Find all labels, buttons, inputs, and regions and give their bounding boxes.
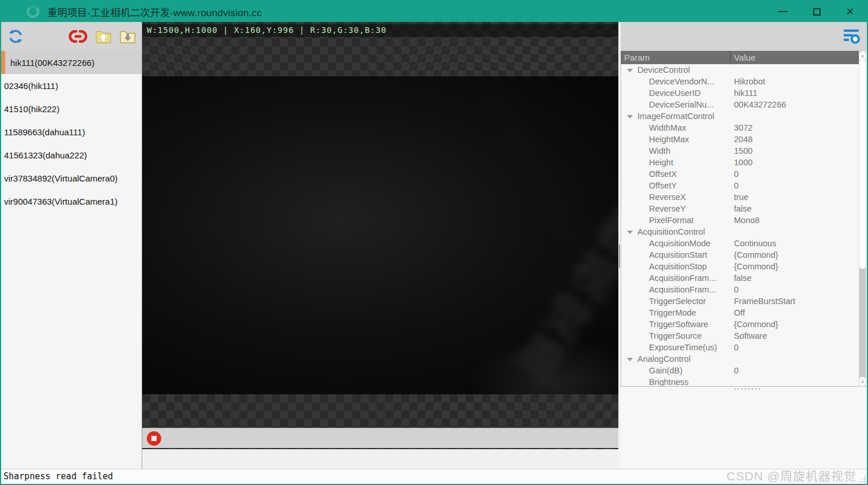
- device-list-item[interactable]: 41510(hik222): [1, 97, 142, 120]
- splitter-handle-icon: [619, 245, 620, 268]
- param-row[interactable]: TriggerSelectorFrameBurstStart: [621, 295, 859, 307]
- param-toolbar: [621, 22, 868, 51]
- param-name: HeightMax: [649, 134, 689, 145]
- param-row[interactable]: HeightMax2048: [621, 134, 859, 145]
- minimize-icon: [778, 11, 788, 12]
- scrollbar-thumb[interactable]: [859, 60, 866, 269]
- collapse-arrow-icon[interactable]: [627, 358, 633, 361]
- param-value[interactable]: 00K43272266: [734, 99, 786, 110]
- param-row[interactable]: OffsetY0: [621, 180, 859, 191]
- device-list-item[interactable]: vir37834892(VirtualCamera0): [1, 166, 142, 190]
- param-group-row[interactable]: AcquisitionControl: [621, 226, 859, 238]
- param-row[interactable]: AcquisitionModeContinuous: [621, 238, 859, 249]
- stop-button[interactable]: [147, 431, 161, 446]
- param-row[interactable]: OffsetX0: [621, 168, 859, 180]
- param-value[interactable]: 3072: [734, 122, 752, 134]
- param-value[interactable]: Mono8: [734, 214, 759, 226]
- param-tree: DeviceControlDeviceVendorN...HikrobotDev…: [621, 64, 859, 387]
- param-value[interactable]: 1000: [734, 157, 752, 168]
- param-row[interactable]: AcquisitionFram...false: [621, 272, 859, 284]
- scroll-down-button[interactable]: [859, 377, 866, 386]
- param-row[interactable]: ReverseXtrue: [621, 191, 859, 203]
- device-label: vir37834892(VirtualCamera0): [4, 173, 118, 183]
- collapse-arrow-icon[interactable]: [627, 69, 633, 72]
- param-value[interactable]: 2048: [734, 134, 752, 145]
- param-value[interactable]: {Commond}: [734, 249, 778, 261]
- param-value[interactable]: FrameBurstStart: [734, 295, 795, 307]
- param-row[interactable]: TriggerSoftware{Commond}: [621, 319, 859, 330]
- param-name: ReverseY: [649, 203, 686, 214]
- param-group-row[interactable]: AnalogControl: [621, 353, 859, 365]
- param-name: TriggerSoftware: [649, 319, 709, 330]
- param-value[interactable]: 0: [734, 284, 739, 295]
- close-icon: ✕: [846, 7, 854, 17]
- device-list-item[interactable]: hik111(00K43272266): [1, 51, 142, 74]
- param-row[interactable]: ReverseYfalse: [621, 203, 859, 214]
- connect-device-button[interactable]: [69, 28, 87, 45]
- maximize-button[interactable]: [800, 1, 833, 22]
- param-value[interactable]: Continuous: [734, 238, 776, 249]
- resize-grip[interactable]: [858, 475, 866, 483]
- param-value[interactable]: Software: [734, 330, 767, 342]
- load-image-button[interactable]: [119, 28, 136, 45]
- param-row[interactable]: WidthMax3072: [621, 122, 859, 134]
- param-row[interactable]: AcquisitionStop{Commond}: [621, 261, 859, 272]
- param-scrollbar[interactable]: [859, 51, 866, 387]
- param-value[interactable]: {Commond}: [734, 261, 778, 272]
- save-image-button[interactable]: [95, 28, 112, 45]
- param-filter-button[interactable]: [843, 28, 861, 45]
- param-row[interactable]: DeviceVendorN...Hikrobot: [621, 76, 859, 87]
- param-row[interactable]: ExposureTime(us)0: [621, 342, 859, 353]
- device-list-item[interactable]: 41561323(dahua222): [1, 143, 142, 166]
- stop-icon: [151, 436, 157, 441]
- param-row[interactable]: Width1500: [621, 145, 859, 157]
- param-row[interactable]: PixelFormatMono8: [621, 214, 859, 226]
- close-button[interactable]: ✕: [833, 1, 867, 22]
- tree-resize-handle-icon[interactable]: [733, 388, 760, 390]
- param-row[interactable]: Gain(dB)0: [621, 365, 859, 376]
- camera-frame: 器视觉周: [142, 76, 618, 394]
- param-value[interactable]: Hikrobot: [734, 76, 765, 87]
- param-row[interactable]: DeviceUserIDhik111: [621, 87, 859, 99]
- refresh-devices-button[interactable]: [7, 28, 24, 45]
- param-value[interactable]: 0: [734, 180, 739, 191]
- param-value[interactable]: hik111: [734, 87, 758, 99]
- minimize-button[interactable]: [766, 1, 800, 22]
- param-group-row[interactable]: DeviceControl: [621, 64, 859, 76]
- param-row[interactable]: TriggerModeOff: [621, 307, 859, 319]
- param-value[interactable]: 0: [734, 342, 739, 353]
- param-group-row[interactable]: ImageFormatControl: [621, 110, 859, 122]
- param-value[interactable]: false: [734, 272, 752, 284]
- param-row[interactable]: AcquisitionStart{Commond}: [621, 249, 859, 261]
- param-name: ImageFormatControl: [637, 110, 714, 122]
- refresh-icon: [8, 28, 24, 45]
- param-value[interactable]: 0: [734, 168, 739, 180]
- value-column-header[interactable]: Value: [730, 51, 859, 64]
- param-value[interactable]: {Commond}: [734, 319, 778, 330]
- param-name: AnalogControl: [637, 353, 691, 365]
- device-list-item[interactable]: 02346(hik111): [1, 74, 142, 97]
- param-name: OffsetY: [649, 180, 677, 191]
- device-list-item[interactable]: 11589663(dahua111): [1, 120, 142, 143]
- param-value[interactable]: 1500: [734, 145, 752, 157]
- param-name: ReverseX: [649, 191, 686, 203]
- image-viewer[interactable]: W:1500,H:1000 | X:160,Y:996 | R:30,G:30,…: [142, 22, 618, 449]
- device-label: 11589663(dahua111): [4, 127, 85, 137]
- param-value[interactable]: false: [734, 203, 752, 214]
- collapse-arrow-icon[interactable]: [627, 231, 633, 234]
- device-list-item[interactable]: vir90047363(VirtualCamera1): [1, 190, 142, 213]
- collapse-arrow-icon[interactable]: [627, 115, 633, 119]
- folder-upload-icon: [95, 29, 112, 44]
- param-value[interactable]: true: [734, 191, 748, 203]
- param-row[interactable]: Brightness: [621, 376, 859, 387]
- param-value[interactable]: Off: [734, 307, 745, 319]
- param-name: TriggerMode: [649, 307, 696, 319]
- param-name: Width: [649, 145, 670, 157]
- titlebar: 重明项目-工业相机二次开发-www.roundvision.cc ✕: [1, 1, 867, 22]
- param-value[interactable]: 0: [734, 365, 739, 376]
- param-row[interactable]: TriggerSourceSoftware: [621, 330, 859, 342]
- param-row[interactable]: AcquisitionFram...0: [621, 284, 859, 295]
- param-row[interactable]: DeviceSerialNu...00K43272266: [621, 99, 859, 110]
- param-row[interactable]: Height1000: [621, 157, 859, 168]
- param-column-header[interactable]: Param: [621, 51, 730, 64]
